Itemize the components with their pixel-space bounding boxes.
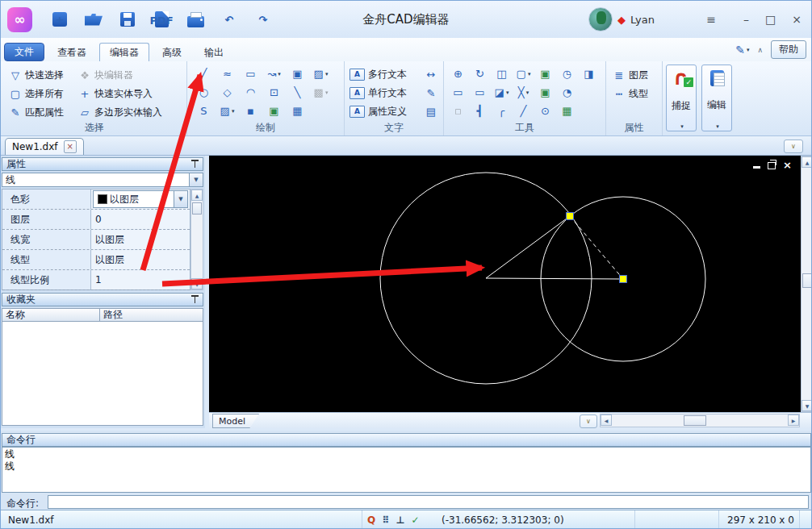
property-row-0[interactable]: 色彩以图层▼	[2, 190, 190, 210]
layout-collapse-icon[interactable]: ∨	[580, 414, 597, 428]
quick-entity-import-button[interactable]: +快速实体导入	[78, 87, 185, 101]
align-tool-icon[interactable]: ◨	[578, 69, 600, 79]
paste-time-icon[interactable]: ◷	[556, 69, 578, 79]
annotate-pencil-icon[interactable]: ✎▾	[735, 44, 749, 56]
match-properties-button[interactable]: ✎匹配属性	[9, 106, 78, 119]
redo-icon[interactable]: ↷	[253, 9, 274, 30]
singleline-text-button[interactable]: A单行文本	[349, 86, 407, 100]
favorites-col-path[interactable]: 路径	[100, 308, 203, 322]
line-tool-icon[interactable]: ╱	[192, 69, 216, 79]
user-name[interactable]: Lyan	[630, 14, 655, 26]
attribute-define-button[interactable]: A属性定义	[349, 105, 407, 119]
property-row-1[interactable]: 图层0	[2, 210, 190, 230]
move-tool-icon[interactable]: ⊕	[447, 69, 469, 79]
scroll-up-icon[interactable]: ▲	[191, 190, 203, 201]
time-tool-icon[interactable]: ◔	[556, 87, 578, 98]
mirror-tool-icon[interactable]: ◫	[491, 69, 513, 79]
point-tool-icon[interactable]: ▪	[239, 106, 262, 116]
rectangle-tool-icon[interactable]: ▭	[239, 69, 262, 79]
quick-select-button[interactable]: ▽快速选择	[9, 69, 78, 82]
save-file-icon[interactable]	[117, 9, 138, 30]
canvas-minimize-icon[interactable]	[753, 166, 760, 169]
command-history[interactable]: 线线	[2, 447, 811, 493]
vscroll-down-icon[interactable]: ▼	[802, 400, 812, 411]
spline-tool-icon[interactable]: S	[192, 106, 216, 116]
new-rect-icon[interactable]: ▭	[447, 87, 469, 98]
user-avatar[interactable]	[588, 7, 613, 31]
resize-grip[interactable]	[800, 510, 812, 529]
group-tool-icon[interactable]: ⊙	[534, 106, 556, 116]
erase-tool-icon[interactable]: ◪▾	[491, 87, 513, 98]
grid-status-icon[interactable]: ⠿	[382, 515, 389, 525]
rotate-tool-icon[interactable]: ↻	[469, 69, 491, 79]
arc-tool-icon[interactable]: ◠	[239, 87, 262, 98]
annotate-dropdown-icon[interactable]: ▾	[747, 47, 750, 53]
region-tool-icon-dropdown[interactable]: ▾	[325, 90, 329, 96]
edit-dropdown-icon[interactable]: ▾	[716, 123, 719, 130]
sketch-tool-icon[interactable]: ≈	[216, 69, 239, 79]
property-row-2[interactable]: 线宽以图层	[2, 230, 190, 250]
favorites-col-name[interactable]: 名称	[2, 308, 100, 322]
hscroll-left-icon[interactable]: ◀	[601, 414, 612, 426]
text-spacing-icon[interactable]: ↔	[427, 69, 436, 80]
tab-output[interactable]: 输出	[195, 44, 233, 61]
vscroll-up-icon[interactable]: ▲	[802, 156, 812, 168]
model-tab[interactable]: Model	[212, 414, 259, 428]
canvas-hscrollbar[interactable]: ◀ ▶	[600, 414, 800, 427]
new-rect2-icon[interactable]: ▭	[469, 87, 491, 98]
drawing-canvas[interactable]	[209, 156, 801, 412]
osnap-status-icon[interactable]: ✓	[412, 515, 420, 525]
canvas-vscrollbar[interactable]: ▲ ▼	[801, 156, 812, 412]
tab-advanced[interactable]: 高级	[153, 44, 191, 61]
tab-editor[interactable]: 编辑器	[99, 43, 149, 62]
hatch-tool-icon-dropdown[interactable]: ▾	[232, 108, 235, 115]
snap-dropdown-icon[interactable]: ▾	[680, 123, 684, 130]
property-value-dropdown[interactable]: ▼	[174, 191, 187, 207]
drawing-line-1[interactable]	[486, 216, 570, 278]
app-menu-icon[interactable]: ≡	[706, 13, 716, 26]
document-tab[interactable]: New1.dxf ×	[5, 138, 84, 155]
fillet-tool-icon[interactable]: ╭	[491, 106, 513, 116]
perpendicular-status-icon[interactable]: ⊥	[396, 515, 405, 525]
trim-tool-icon[interactable]: ╳▾	[513, 87, 534, 98]
property-row-3[interactable]: 线型以图层	[2, 250, 190, 270]
undo-icon[interactable]: ↶	[219, 9, 240, 30]
grip-point-2[interactable]	[620, 276, 627, 283]
tab-file[interactable]: 文件	[4, 43, 44, 61]
insert-block-icon[interactable]: ▣	[286, 69, 309, 79]
canvas-restore-icon[interactable]	[768, 162, 776, 169]
select-all-button[interactable]: ▢选择所有	[9, 87, 78, 101]
print-icon[interactable]	[185, 9, 206, 30]
multiline-text-button[interactable]: A多行文本	[349, 68, 407, 81]
scroll-down-icon[interactable]: ▼	[191, 278, 203, 289]
scrollbar-thumb[interactable]	[192, 202, 202, 215]
entity-type-dropdown-icon[interactable]: ▼	[189, 173, 203, 186]
copy-entities-icon[interactable]: ▣	[534, 69, 556, 79]
polyline-tool-icon[interactable]: ↝▾	[262, 69, 286, 79]
snap-button[interactable]: ∩✓ 捕捉 ▾	[666, 65, 697, 131]
thick-line-icon[interactable]: ╲	[286, 87, 309, 98]
hscroll-right-icon[interactable]: ▶	[788, 414, 799, 426]
polyline-tool-icon-dropdown[interactable]: ▾	[278, 71, 281, 77]
pin-icon[interactable]	[191, 160, 199, 169]
scale-tool-icon[interactable]: ▢▾	[513, 69, 534, 79]
scale-tool-icon-dropdown[interactable]: ▾	[528, 71, 531, 77]
help-button[interactable]: 帮助	[771, 40, 806, 59]
table-tool-icon[interactable]: ▦	[286, 106, 309, 116]
layers-button[interactable]: ≣图层	[613, 69, 660, 82]
minimize-button[interactable]: –	[743, 13, 749, 26]
image-tool-icon[interactable]: ▣	[262, 106, 286, 116]
edit-button[interactable]: 编辑 ▾	[701, 65, 732, 131]
properties-scrollbar[interactable]: ▲ ▼	[190, 189, 203, 290]
canvas-close-icon[interactable]: ×	[783, 161, 792, 169]
explode-tool-icon[interactable]: ▦	[556, 106, 578, 116]
pin-icon[interactable]	[191, 295, 199, 304]
document-tab-close-icon[interactable]: ×	[64, 140, 77, 153]
drawing-line-2[interactable]	[486, 278, 623, 279]
circle-tool-icon[interactable]: ○	[192, 87, 216, 98]
copy-object-icon[interactable]: ⊡	[262, 87, 286, 98]
snap-status-icon[interactable]: Q	[367, 515, 375, 525]
edit-text-icon[interactable]: ▤	[426, 106, 436, 117]
hscroll-thumb[interactable]	[684, 415, 706, 426]
copy-entities2-icon[interactable]: ▣	[534, 87, 556, 98]
